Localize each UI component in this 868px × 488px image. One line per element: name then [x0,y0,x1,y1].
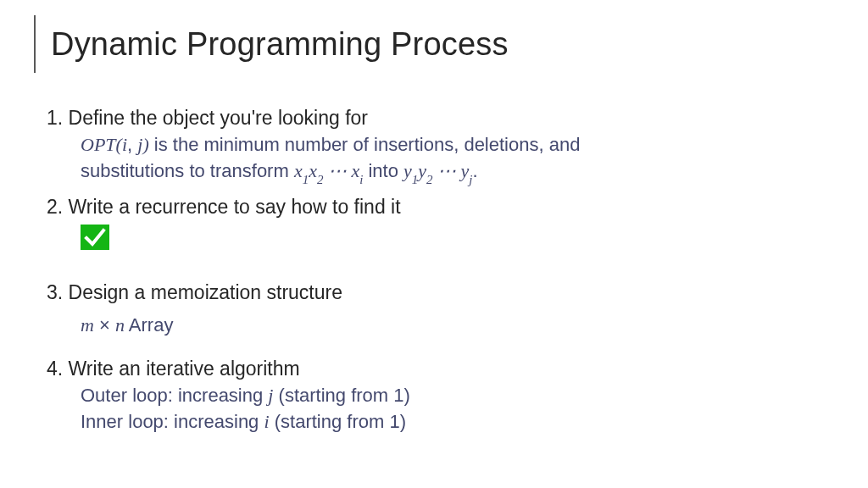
outer-text-b: (starting from 1) [273,385,409,406]
step-4-head: 4. Write an iterative algorithm [47,356,800,381]
step-1-definition-line2: substitutions to transform x1x2 ⋯ xi int… [81,158,800,186]
step-3-head: 3. Design a memoization structure [47,280,800,305]
y2: y2 [418,160,432,181]
title-bar: Dynamic Programming Process [34,15,509,73]
var-n: n [115,314,125,336]
outer-text-a: Outer loop: increasing [81,385,268,406]
slide-body: 1. Define the object you're looking for … [47,105,800,441]
step-4: 4. Write an iterative algorithm Outer lo… [47,356,800,434]
times-symbol: × [94,314,115,336]
step-3-sub: m × n Array [81,313,800,337]
period: . [472,160,477,181]
step-1-head: 1. Define the object you're looking for [47,105,800,130]
paren-close: ) [142,134,148,155]
slide: Dynamic Programming Process 1. Define th… [0,0,868,488]
step-4-outer: Outer loop: increasing j (starting from … [81,383,800,408]
comma: , [127,134,137,155]
step-4-inner: Inner loop: increasing i (starting from … [81,409,800,434]
y1: y1 [403,160,418,181]
step-3: 3. Design a memoization structure m × n … [47,280,800,336]
checkmark-icon [81,225,109,250]
step-2: 2. Write a recurrence to say how to find… [47,194,800,262]
step-2-head: 2. Write a recurrence to say how to find… [47,194,800,219]
x2: x2 [309,160,323,181]
yj: yj [461,160,473,181]
var-m: m [81,314,94,336]
def-text-2b: into [363,160,403,181]
page-title: Dynamic Programming Process [51,26,509,63]
def-text-2a: substitutions to transform [81,160,294,181]
paren-open: ( [116,134,122,155]
x1: x1 [294,160,309,181]
dots-y: ⋯ [433,160,461,181]
step-1-definition: OPT(i, j) is the minimum number of inser… [81,132,800,157]
array-label: Array [125,314,173,336]
inner-text-a: Inner loop: increasing [81,411,264,432]
inner-text-b: (starting from 1) [270,411,406,432]
dots-x: ⋯ [323,160,351,181]
xi: xi [351,160,363,181]
opt-func: OPT [81,134,116,155]
def-text-1: is the minimum number of insertions, del… [149,134,581,155]
step-1: 1. Define the object you're looking for … [47,105,800,187]
